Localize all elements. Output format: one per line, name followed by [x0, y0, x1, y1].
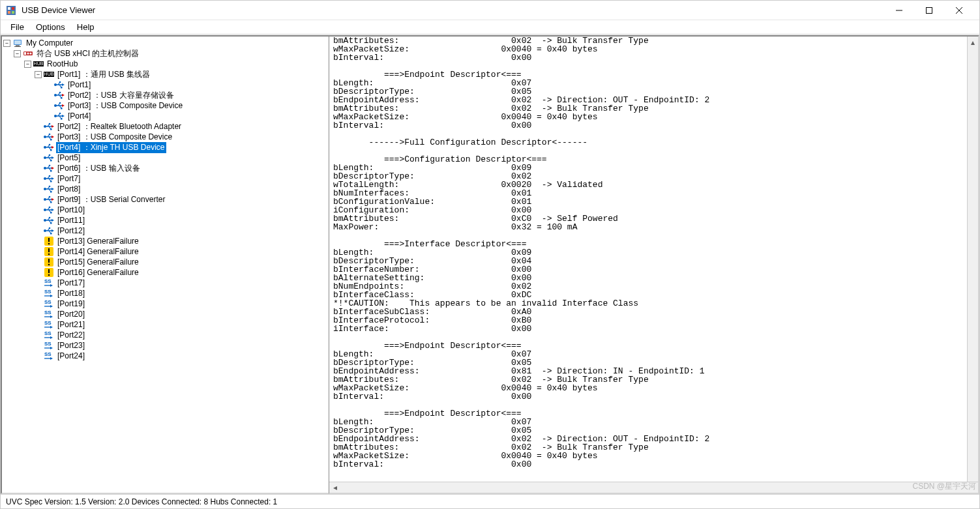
menu-options[interactable]: Options: [30, 20, 71, 34]
tree-item[interactable]: [Port10]: [3, 205, 327, 215]
tree-label[interactable]: [Port3] ：USB Composite Device: [67, 100, 184, 111]
tree-label[interactable]: [Port2] ：Realtek Bluetooth Adapter: [56, 121, 183, 132]
maximize-button[interactable]: [914, 1, 944, 20]
tree-label[interactable]: [Port4]: [67, 111, 92, 121]
app-icon: [6, 5, 16, 16]
tree-label[interactable]: [Port1]: [67, 80, 92, 89]
usb-icon: [44, 225, 54, 236]
ss-icon: [44, 298, 54, 309]
warn-icon: [44, 236, 54, 246]
tree-label[interactable]: [Port9] ：USB Serial Converter: [56, 194, 166, 205]
tree-item[interactable]: [Port7]: [3, 173, 327, 184]
expander-icon[interactable]: −: [35, 71, 42, 78]
ss-icon: [44, 319, 54, 330]
ss-icon: [44, 351, 54, 361]
menubar: File Options Help: [1, 20, 979, 35]
tree-label[interactable]: [Port19]: [56, 299, 86, 308]
scroll-left-icon[interactable]: ◂: [329, 482, 340, 493]
close-button[interactable]: [944, 1, 974, 20]
usb-icon: [54, 111, 65, 121]
tree-item[interactable]: [Port4]: [3, 111, 327, 121]
tree-item[interactable]: [Port24]: [3, 351, 327, 361]
tree-label[interactable]: [Port22]: [56, 330, 86, 340]
tree-item[interactable]: [Port2] ：Realtek Bluetooth Adapter: [3, 121, 327, 132]
tree-label[interactable]: 符合 USB xHCI 的主机控制器: [35, 48, 140, 59]
horizontal-scrollbar[interactable]: ◂: [329, 482, 978, 493]
warn-icon: [44, 257, 54, 267]
tree-item[interactable]: [Port20]: [3, 309, 327, 319]
tree-item[interactable]: [Port2] ：USB 大容量存储设备: [3, 90, 327, 100]
tree-label[interactable]: [Port14] GeneralFailure: [56, 247, 140, 256]
tree-label[interactable]: [Port6] ：USB 输入设备: [56, 163, 141, 174]
tree-item[interactable]: −RootHub: [3, 59, 327, 69]
tree-label[interactable]: [Port20]: [56, 310, 86, 319]
menu-file[interactable]: File: [5, 20, 30, 34]
tree-label[interactable]: [Port3] ：USB Composite Device: [56, 132, 173, 143]
tree-label[interactable]: [Port24]: [56, 351, 86, 360]
expander-icon[interactable]: −: [24, 61, 31, 68]
tree-item[interactable]: [Port9] ：USB Serial Converter: [3, 194, 327, 205]
menu-help[interactable]: Help: [71, 20, 100, 34]
usb-red-icon: [54, 90, 65, 100]
tree-item[interactable]: [Port17]: [3, 278, 327, 288]
status-text: UVC Spec Version: 1.5 Version: 2.0 Devic…: [6, 497, 277, 506]
tree-label[interactable]: [Port15] GeneralFailure: [56, 257, 140, 267]
tree-item[interactable]: [Port15] GeneralFailure: [3, 257, 327, 267]
tree-label[interactable]: [Port1] ：通用 USB 集线器: [56, 69, 151, 80]
tree-label[interactable]: [Port5]: [56, 153, 82, 162]
tree-item[interactable]: [Port11]: [3, 215, 327, 225]
tree-label[interactable]: [Port18]: [56, 289, 86, 298]
tree-label[interactable]: [Port4] ：Xinje TH USB Device: [56, 142, 166, 153]
tree-label[interactable]: [Port8]: [56, 184, 82, 194]
tree-item[interactable]: [Port3] ：USB Composite Device: [3, 100, 327, 111]
tree-label[interactable]: [Port23]: [56, 341, 86, 350]
computer-icon: [12, 38, 23, 48]
usb-red-icon: [54, 100, 65, 111]
usb-icon: [44, 153, 54, 163]
tree-item[interactable]: [Port19]: [3, 298, 327, 309]
device-tree-pane[interactable]: −My Computer−符合 USB xHCI 的主机控制器−RootHub−…: [1, 35, 329, 494]
tree-label[interactable]: [Port17]: [56, 278, 86, 287]
tree-item[interactable]: [Port23]: [3, 340, 327, 351]
warn-icon: [44, 267, 54, 278]
tree-item[interactable]: [Port22]: [3, 330, 327, 340]
vertical-scrollbar[interactable]: ▴: [967, 36, 978, 482]
minimize-button[interactable]: [884, 1, 914, 20]
tree-item[interactable]: [Port14] GeneralFailure: [3, 246, 327, 257]
tree-item[interactable]: −[Port1] ：通用 USB 集线器: [3, 69, 327, 80]
usb-red-icon: [44, 142, 54, 153]
usb-red-icon: [44, 163, 54, 173]
tree-item[interactable]: −My Computer: [3, 38, 327, 48]
usb-red-icon: [44, 121, 54, 132]
tree-label[interactable]: [Port7]: [56, 174, 82, 183]
window-title: USB Device Viewer: [22, 5, 884, 15]
scroll-up-icon[interactable]: ▴: [968, 36, 978, 48]
tree-item[interactable]: [Port21]: [3, 319, 327, 330]
expander-icon[interactable]: −: [3, 40, 10, 47]
hub-icon: [44, 69, 54, 80]
tree-label[interactable]: [Port11]: [56, 216, 86, 225]
tree-label[interactable]: [Port13] GeneralFailure: [56, 237, 140, 246]
tree-label[interactable]: [Port16] GeneralFailure: [56, 268, 140, 277]
tree-item[interactable]: [Port13] GeneralFailure: [3, 236, 327, 246]
tree-label[interactable]: RootHub: [46, 59, 79, 68]
tree-item[interactable]: [Port12]: [3, 225, 327, 236]
tree-item[interactable]: [Port18]: [3, 288, 327, 298]
tree-label[interactable]: My Computer: [25, 38, 74, 48]
tree-label[interactable]: [Port21]: [56, 320, 86, 329]
tree-item[interactable]: −符合 USB xHCI 的主机控制器: [3, 48, 327, 59]
tree-label[interactable]: [Port2] ：USB 大容量存储设备: [67, 90, 175, 101]
tree-label[interactable]: [Port12]: [56, 226, 86, 235]
expander-icon[interactable]: −: [14, 50, 21, 57]
tree-item[interactable]: [Port8]: [3, 184, 327, 194]
tree-item[interactable]: [Port16] GeneralFailure: [3, 267, 327, 278]
tree-item[interactable]: [Port4] ：Xinje TH USB Device: [3, 142, 327, 153]
detail-text[interactable]: bmAttributes: 0x02 -> Bulk Transfer Type…: [329, 36, 978, 482]
usb-icon: [44, 205, 54, 215]
tree-item[interactable]: [Port3] ：USB Composite Device: [3, 132, 327, 142]
tree-label[interactable]: [Port10]: [56, 205, 86, 214]
ss-icon: [44, 288, 54, 298]
tree-item[interactable]: [Port1]: [3, 80, 327, 90]
tree-item[interactable]: [Port6] ：USB 输入设备: [3, 163, 327, 173]
tree-item[interactable]: [Port5]: [3, 153, 327, 163]
